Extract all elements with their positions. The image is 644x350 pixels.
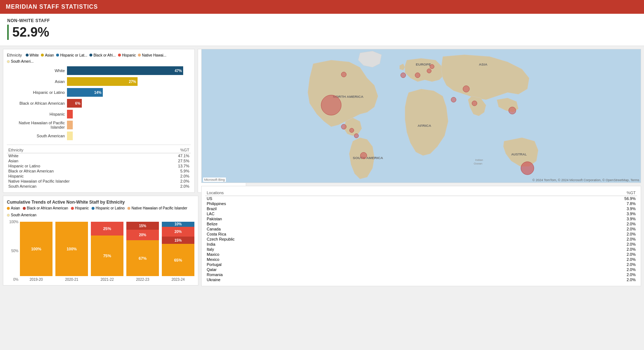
location-name: LAC xyxy=(205,211,501,216)
list-item: Maxico2.0% xyxy=(205,252,637,257)
legend-hispanic-label: Hispanic xyxy=(122,53,136,57)
location-pct: 2.0% xyxy=(501,252,637,257)
bar-track-asian: 27% xyxy=(67,77,191,86)
y-50: 50% xyxy=(11,249,18,253)
y-axis: 100% 50% 0% xyxy=(7,220,20,282)
location-name: Czech Republic xyxy=(205,237,501,242)
year-label-2021: 2021-22 xyxy=(101,278,114,282)
trend-legend-hispanic-latino: Hispanic or Latino xyxy=(92,206,125,210)
bubble-belize xyxy=(350,128,354,133)
year-label-2023: 2023-24 xyxy=(172,278,185,282)
segment-asian-2021: 75% xyxy=(91,236,123,276)
trend-bar-2022: 15% 20% 67% 2022-23 xyxy=(126,222,159,282)
list-item: LAC3.9% xyxy=(205,211,637,216)
label-europe: EUROPE xyxy=(416,62,431,66)
bubble-philippines xyxy=(509,107,516,114)
y-100: 100% xyxy=(9,220,18,224)
trend-chart-card: Cumulative Trends of Active Non-White St… xyxy=(3,196,198,286)
segment-hispanic-2021: 25% xyxy=(91,222,123,236)
segment-black-2023: 15% xyxy=(162,237,194,244)
trend-chart-title: Cumulative Trends of Active Non-White St… xyxy=(7,200,194,205)
pct-cell: 13.7% xyxy=(157,163,191,168)
location-pct: 2.0% xyxy=(501,272,637,277)
locations-pct-header: %GT xyxy=(501,190,637,196)
y-0: 0% xyxy=(13,278,18,282)
ethnicity-cell: Hispanic or Latino xyxy=(7,163,157,168)
bar-fill-asian: 27% xyxy=(67,77,138,86)
location-name: Ukraine xyxy=(205,277,501,282)
location-name: Qatar xyxy=(205,267,501,272)
bar-label-black: Black or African American xyxy=(7,101,65,105)
bubble-india xyxy=(472,101,477,106)
ethnicity-table: Ethnicity %GT White47.1% Asian27.5% Hisp… xyxy=(7,147,191,189)
stacked-bar-2023: 10% 20% 15% 65% xyxy=(162,222,194,276)
pct-cell: 47.1% xyxy=(157,153,191,159)
ethnicity-bar-chart: White 47% Asian 27% Hispanic o xyxy=(7,66,191,140)
bubble-lac xyxy=(354,134,359,138)
legend-native-label: Native Hawai... xyxy=(142,53,166,57)
bar-fill-hispanic-latino: 14% xyxy=(67,88,103,97)
bubble-mexico xyxy=(341,124,346,129)
trend-bar-2021: 25% 75% 2021-22 xyxy=(91,222,123,282)
bar-fill-native xyxy=(67,121,73,129)
location-name: US xyxy=(205,196,501,201)
bar-label-white: White xyxy=(7,68,65,73)
location-pct: 3.9% xyxy=(501,211,637,216)
location-pct: 2.0% xyxy=(501,221,637,226)
pct-cell: 5.9% xyxy=(157,168,191,174)
list-item: Czech Republic2.0% xyxy=(205,237,637,242)
trend-legend-hispanic-label: Hispanic xyxy=(75,206,89,210)
location-name: Brazil xyxy=(205,206,501,211)
legend-south-label: South Ameri... xyxy=(11,59,34,63)
segment-asian-2022: 67% xyxy=(126,240,159,276)
table-row: Native Hawaiian of Pacific Islander2.0% xyxy=(7,179,191,184)
legend-hispanic-lat-label: Hispanic or Lat... xyxy=(60,53,87,57)
trend-legend-asian: Asian xyxy=(7,206,20,210)
legend-hispanic-dot xyxy=(118,54,121,57)
legend-south: South Ameri... xyxy=(7,59,34,63)
list-item: Romania2.0% xyxy=(205,272,637,277)
location-pct: 2.0% xyxy=(501,237,637,242)
trend-bar-2023: 10% 20% 15% 65% 2023-24 xyxy=(162,222,194,282)
ethnicity-legend: Ethnicity White Asian Hispanic or Lat... xyxy=(7,53,191,63)
bar-label-native: Native Hawaiian of Pacific Islander xyxy=(7,121,65,129)
bubble-ukraine xyxy=(430,64,434,69)
bar-row-white: White 47% xyxy=(7,66,191,75)
trend-legend-black-dot xyxy=(23,207,26,210)
label-south-america: SOUTH AMERICA xyxy=(353,156,383,160)
list-item: Pakistan3.9% xyxy=(205,216,637,221)
bubble-brazil xyxy=(360,152,367,159)
bar-track-hispanic xyxy=(67,110,191,118)
location-name: Romania xyxy=(205,272,501,277)
segment-asian-2020: 100% xyxy=(55,222,88,276)
legend-asian-dot xyxy=(41,54,44,57)
year-label-2022: 2022-23 xyxy=(136,278,150,282)
year-label-2019: 2019-20 xyxy=(30,278,43,282)
bar-track-native xyxy=(67,121,191,129)
list-item: Belize2.0% xyxy=(205,221,637,226)
non-white-staff-stat: NON-WHITE STAFF 52.9% xyxy=(0,14,644,46)
list-item: Brazil3.9% xyxy=(205,206,637,211)
year-label-2020: 2020-21 xyxy=(65,278,79,282)
trend-bars-container: 100% 2019-20 100% 2020-21 25 xyxy=(20,220,194,282)
location-pct: 2.0% xyxy=(501,257,637,262)
segment-black-2022: 15% xyxy=(126,222,159,230)
location-name: Italy xyxy=(205,247,501,252)
bubble-australia xyxy=(521,162,534,175)
map-logo: Microsoft Bing xyxy=(203,178,226,182)
bubble-portugal xyxy=(401,73,406,78)
location-pct: 2.0% xyxy=(501,242,637,247)
location-name: Costa Rica xyxy=(205,232,501,237)
label-indian-ocean: Indian xyxy=(475,158,483,162)
trend-legend-black: Black or African American xyxy=(23,206,68,210)
list-item: US56.9% xyxy=(205,196,637,201)
table-row: Black or African American5.9% xyxy=(7,168,191,174)
segment-asian-2023: 65% xyxy=(162,244,194,276)
segment-hispanic-2022: 20% xyxy=(126,230,159,240)
non-white-staff-value: 52.9% xyxy=(7,25,637,40)
location-name: Portugal xyxy=(205,262,501,267)
location-pct: 2.0% xyxy=(501,262,637,267)
map-attribution: © 2024 TomTom, © 2024 Microsoft Corporat… xyxy=(533,178,639,182)
non-white-staff-label: NON-WHITE STAFF xyxy=(7,18,637,23)
pct-cell: 2.0% xyxy=(157,174,191,179)
